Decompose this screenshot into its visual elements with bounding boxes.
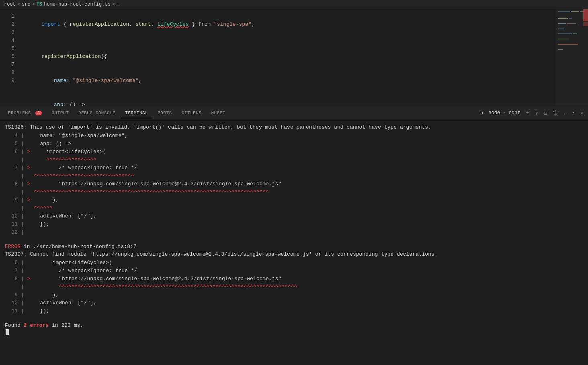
panel-close-button[interactable]: ✕ <box>579 110 585 117</box>
tab-problems[interactable]: PROBLEMS 3 <box>3 108 47 118</box>
term-line-10: 10 | activeWhen: ["/"], <box>5 212 583 220</box>
term2-line-11: 11 | }); <box>5 307 583 315</box>
code-lines[interactable]: import { registerApplication, start, Lif… <box>19 9 588 106</box>
error2-file-header: ERROR in ./src/home-hub-root-config.ts:8… <box>5 243 583 250</box>
problems-badge: 3 <box>35 111 42 115</box>
more-actions-button[interactable]: … <box>562 110 568 116</box>
add-terminal-button[interactable]: + <box>524 109 531 117</box>
error-block-2: ERROR in ./src/home-hub-root-config.ts:8… <box>5 243 583 315</box>
error1-header: TS1326: This use of 'import' is invalid.… <box>5 123 583 131</box>
svg-rect-4 <box>569 18 572 19</box>
term-line-6: 6 | > import<LifeCycles>( <box>5 148 583 156</box>
term2-line-10: 10 | activeWhen: ["/"], <box>5 299 583 307</box>
svg-rect-8 <box>558 33 572 34</box>
tab-debug-console[interactable]: DEBUG CONSOLE <box>74 108 120 118</box>
tab-terminal-label: TERMINAL <box>125 111 148 115</box>
tab-output-label: OUTPUT <box>51 111 69 115</box>
term-squiggle-7: | ^^^^^^^^^^^^^^^^^^^^^^^^^^^^^^^^ <box>5 172 583 180</box>
tab-output[interactable]: OUTPUT <box>47 108 74 118</box>
code-editor: 1 2 3 4 5 6 7 8 9 import { registerAppli… <box>0 9 588 106</box>
terminal-name: node - root <box>487 109 522 117</box>
tab-debug-console-label: DEBUG CONSOLE <box>78 111 115 115</box>
terminal-cursor-line <box>5 329 583 335</box>
terminal-content[interactable]: TS1326: This use of 'import' is invalid.… <box>0 120 588 365</box>
error1-code: 4 | name: "@single-spa/welcome", 5 | app… <box>5 132 583 236</box>
breadcrumb-src[interactable]: src <box>22 2 31 7</box>
svg-rect-3 <box>558 18 568 19</box>
term-squiggle-6: | ^^^^^^^^^^^^^^^^ <box>5 156 583 164</box>
tab-ports[interactable]: PORTS <box>153 108 177 118</box>
found-suffix: in 223 ms. <box>49 322 83 328</box>
svg-rect-13 <box>558 49 563 50</box>
svg-rect-9 <box>573 33 577 34</box>
breadcrumb-dots: … <box>117 2 119 7</box>
svg-rect-5 <box>558 23 566 24</box>
svg-rect-10 <box>558 39 569 39</box>
code-line-3: registerApplication({ <box>23 45 588 69</box>
terminal-cursor <box>6 329 9 335</box>
breadcrumb-sep1: > <box>17 2 20 7</box>
svg-rect-0 <box>558 11 570 12</box>
svg-rect-12 <box>558 44 578 45</box>
minimap <box>556 9 588 106</box>
tab-ports-label: PORTS <box>158 111 172 115</box>
code-line-1: import { registerApplication, start, Lif… <box>23 12 588 37</box>
error2-code: 6 | import<LifeCycles>( 7 | /* webpackIg… <box>5 259 583 315</box>
term2-line-7: 7 | /* webpackIgnore: true */ <box>5 267 583 275</box>
term2-line-8: 8 | > "https://unpkg.com/single-spa-welc… <box>5 275 583 283</box>
breadcrumb-root[interactable]: root <box>4 2 16 7</box>
tab-gitlens[interactable]: GITLENS <box>177 108 207 118</box>
term-squiggle-8: | ^^^^^^^^^^^^^^^^^^^^^^^^^^^^^^^^^^^^^^… <box>5 188 583 196</box>
panel: PROBLEMS 3 OUTPUT DEBUG CONSOLE TERMINAL… <box>0 106 588 365</box>
tab-nuget-label: NUGET <box>211 111 225 115</box>
svg-rect-14 <box>583 9 588 21</box>
tab-terminal[interactable]: TERMINAL <box>120 108 153 118</box>
delete-terminal-button[interactable]: 🗑 <box>551 109 560 117</box>
breadcrumb-file[interactable]: home-hub-root-config.ts <box>44 2 111 7</box>
svg-rect-1 <box>571 11 579 12</box>
breadcrumb-ts-label: TS <box>37 2 42 7</box>
error2-message: TS2307: Cannot find module 'https://unpk… <box>5 250 583 258</box>
breadcrumb-sep2: > <box>32 2 35 7</box>
term-line-8: 8 | > "https://unpkg.com/single-spa-welc… <box>5 180 583 188</box>
svg-rect-6 <box>567 23 576 24</box>
tab-problems-label: PROBLEMS <box>8 111 31 115</box>
code-line-2 <box>23 37 588 45</box>
term-line-9: 9 | > ), <box>5 196 583 204</box>
term-line-4: 4 | name: "@single-spa/welcome", <box>5 132 583 140</box>
found-errors-line: Found 2 errors in 223 ms. <box>5 322 583 329</box>
terminal-dropdown-button[interactable]: ∨ <box>534 110 540 117</box>
term2-line-9: 9 | ), <box>5 291 583 299</box>
term-squiggle-9: | ^^^^^^ <box>5 204 583 212</box>
errors-count: 2 errors <box>24 322 49 328</box>
code-line-5: app: () => <box>23 93 588 106</box>
term-line-11: 11 | }); <box>5 220 583 228</box>
line-numbers: 1 2 3 4 5 6 7 8 9 <box>0 9 19 106</box>
svg-rect-7 <box>558 29 564 29</box>
breadcrumb-bar: root > src > TS home-hub-root-config.ts … <box>0 0 588 9</box>
split-terminal-button[interactable]: ⊟ <box>542 109 549 117</box>
breadcrumb-sep3: > <box>112 2 115 7</box>
error-block-1: TS1326: This use of 'import' is invalid.… <box>5 123 583 236</box>
svg-rect-15 <box>583 22 588 26</box>
found-prefix: Found <box>5 322 24 328</box>
code-line-4: name: "@single-spa/welcome", <box>23 69 588 93</box>
term-line-7: 7 | > /* webpackIgnore: true */ <box>5 164 583 172</box>
term2-line-6: 6 | import<LifeCycles>( <box>5 259 583 267</box>
tab-nuget[interactable]: NUGET <box>206 108 230 118</box>
term2-squiggle-8: | ^^^^^^^^^^^^^^^^^^^^^^^^^^^^^^^^^^^^^^… <box>5 283 583 291</box>
terminal-footer: Found 2 errors in 223 ms. <box>5 322 583 335</box>
panel-maximize-button[interactable]: ∧ <box>571 110 577 117</box>
term-line-12: 12 | <box>5 228 583 236</box>
tab-gitlens-label: GITLENS <box>182 111 202 115</box>
panel-tabs-bar: PROBLEMS 3 OUTPUT DEBUG CONSOLE TERMINAL… <box>0 106 588 120</box>
term-line-5: 5 | app: () => <box>5 140 583 148</box>
panel-actions: ⊡ node - root + ∨ ⊟ 🗑 … ∧ ✕ <box>478 109 585 117</box>
terminal-icon: ⊡ <box>478 109 484 117</box>
